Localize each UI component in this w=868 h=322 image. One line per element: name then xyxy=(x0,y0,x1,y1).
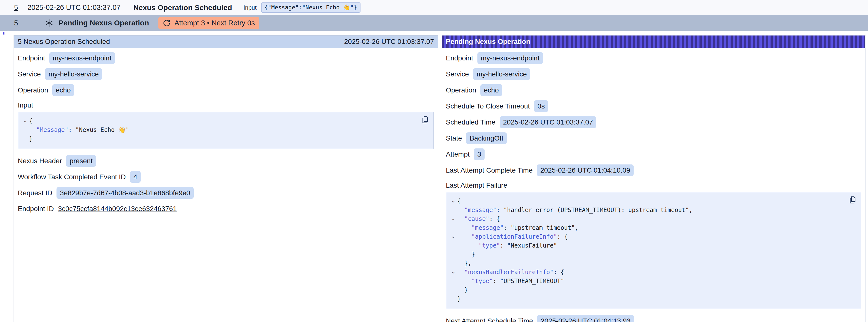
event-title: Nexus Operation Scheduled xyxy=(133,3,232,12)
code-text: "Message": "Nexus Echo 👋" xyxy=(29,126,129,134)
gutter-spacer xyxy=(449,277,457,286)
field-label: Endpoint ID xyxy=(18,205,54,213)
chevron-down-icon[interactable]: ⌄ xyxy=(449,197,457,205)
field-row-operation: Operationecho xyxy=(446,84,861,96)
chevron-down-icon[interactable]: ⌄ xyxy=(449,215,457,223)
code-text: }, xyxy=(457,259,471,268)
field-value-badge: BackingOff xyxy=(466,132,506,144)
field-row-schedule-to-close-timeout: Schedule To Close Timeout0s xyxy=(446,100,861,112)
code-text: "message": "upstream timeout", xyxy=(457,223,578,232)
field-row-endpoint: Endpointmy-nexus-endpoint xyxy=(18,52,434,64)
field-label: Next Attempt Schedule Time xyxy=(446,317,533,322)
section-label-last-attempt-failure: Last Attempt Failure xyxy=(446,182,861,189)
field-value-badge: 3e829b7e-7d67-4b08-aad3-b1e868bfe9e0 xyxy=(57,187,194,199)
code-line: ⌄ "cause": { xyxy=(449,215,856,223)
field-row-nexus-header: Nexus Headerpresent xyxy=(18,155,434,167)
field-label: Service xyxy=(446,70,469,78)
field-label: Workflow Task Completed Event ID xyxy=(18,173,126,181)
retry-icon xyxy=(163,19,170,27)
field-value-badge: my-hello-service xyxy=(45,68,102,80)
field-row-scheduled-time: Scheduled Time2025-02-26 UTC 01:03:37.07 xyxy=(446,117,861,128)
event-id-link[interactable]: 5 xyxy=(14,3,18,11)
pending-operation-panel-header: Pending Nexus Operation xyxy=(442,35,865,48)
pending-operation-fields: Endpointmy-nexus-endpointServicemy-hello… xyxy=(442,52,865,322)
field-label: Scheduled Time xyxy=(446,118,495,126)
panel-title: 5 Nexus Operation Scheduled xyxy=(18,38,110,45)
event-detail-fields: Endpointmy-nexus-endpointServicemy-hello… xyxy=(14,52,438,215)
code-line: ⌄{ xyxy=(21,117,429,126)
gutter-spacer xyxy=(449,259,457,268)
json-code-viewer: ⌄{ "message": "handler error (UPSTREAM_T… xyxy=(446,192,861,309)
pending-event-id-link[interactable]: 5 xyxy=(14,19,18,27)
json-code-viewer: ⌄{ "Message": "Nexus Echo 👋"} xyxy=(18,112,434,149)
field-row-last-attempt-complete-time: Last Attempt Complete Time2025-02-26 UTC… xyxy=(446,164,861,176)
code-text: "nexusHandlerFailureInfo": { xyxy=(457,268,564,277)
chevron-down-icon[interactable]: ⌄ xyxy=(449,268,457,277)
code-text: } xyxy=(457,294,461,303)
field-label: Service xyxy=(18,70,41,78)
field-value-badge: 2025-02-26 UTC 01:04:13.93 xyxy=(537,315,634,322)
gutter-spacer xyxy=(449,205,457,215)
gutter-spacer xyxy=(449,294,457,303)
code-line: "message": "upstream timeout", xyxy=(449,223,856,232)
field-row-endpoint-id: Endpoint ID3c0c75ccfa8144b092c13ce632463… xyxy=(18,203,434,215)
field-value-badge: my-nexus-endpoint xyxy=(49,52,115,64)
event-time: 2025-02-26 UTC 01:03:37.07 xyxy=(27,3,120,11)
gutter-spacer xyxy=(21,134,29,143)
chevron-down-icon[interactable]: ⌄ xyxy=(449,232,457,241)
field-label: Endpoint xyxy=(446,54,473,62)
event-input-value-chip: {"Message":"Nexus Echo 👋"} xyxy=(261,2,361,12)
field-label: Schedule To Close Timeout xyxy=(446,102,530,110)
field-value-badge: 3 xyxy=(474,149,485,160)
code-line: ⌄ "applicationFailureInfo": { xyxy=(449,232,856,241)
field-label: Last Attempt Complete Time xyxy=(446,166,533,174)
field-row-service: Servicemy-hello-service xyxy=(446,68,861,80)
code-text: "type": "NexusFailure" xyxy=(457,241,557,250)
retry-badge-text: Attempt 3 • Next Retry 0s xyxy=(175,19,255,27)
field-value-link[interactable]: 3c0c75ccfa8144b092c13ce632463761 xyxy=(58,205,177,213)
field-row-next-attempt-schedule-time: Next Attempt Schedule Time2025-02-26 UTC… xyxy=(446,315,861,322)
code-line: "type": "UPSTREAM_TIMEOUT" xyxy=(449,277,856,286)
event-detail-panel-header: 5 Nexus Operation Scheduled 2025-02-26 U… xyxy=(14,35,438,48)
code-text: "message": "handler error (UPSTREAM_TIME… xyxy=(457,205,692,215)
field-label: Operation xyxy=(18,86,48,94)
event-input-label: Input xyxy=(244,4,257,11)
field-value-badge: 4 xyxy=(130,171,141,183)
field-row-workflow-task-completed-event-id: Workflow Task Completed Event ID4 xyxy=(18,171,434,183)
gutter-spacer xyxy=(449,223,457,232)
event-summary-row[interactable]: 5 2025-02-26 UTC 01:03:37.07 Nexus Opera… xyxy=(0,0,868,15)
code-text: "applicationFailureInfo": { xyxy=(457,232,568,241)
pending-operation-title: Pending Nexus Operation xyxy=(59,19,149,27)
code-line: }, xyxy=(449,259,856,268)
panel-title: Pending Nexus Operation xyxy=(446,38,530,45)
gutter-spacer xyxy=(449,241,457,250)
field-value-badge: echo xyxy=(480,84,502,96)
code-line: } xyxy=(449,286,856,294)
chevron-down-icon[interactable]: ⌄ xyxy=(21,117,29,126)
code-line: } xyxy=(449,250,856,259)
code-text: { xyxy=(457,197,461,205)
section-label-input: Input xyxy=(18,101,434,109)
code-text: } xyxy=(457,250,475,259)
field-value-badge: 2025-02-26 UTC 01:04:10.09 xyxy=(537,164,633,176)
field-label: Attempt xyxy=(446,151,469,158)
temporal-event-history-screen: 5 2025-02-26 UTC 01:03:37.07 Nexus Opera… xyxy=(0,0,868,322)
gutter-spacer xyxy=(449,250,457,259)
copy-button[interactable] xyxy=(421,115,430,124)
asterisk-pending-icon xyxy=(45,19,54,27)
copy-icon xyxy=(848,195,857,204)
gutter-spacer xyxy=(21,126,29,134)
code-line: "Message": "Nexus Echo 👋" xyxy=(21,126,429,134)
panel-timestamp: 2025-02-26 UTC 01:03:37.07 xyxy=(344,38,434,45)
code-line: } xyxy=(21,134,429,143)
field-label: Nexus Header xyxy=(18,157,62,165)
code-line: "type": "NexusFailure" xyxy=(449,241,856,250)
code-line: ⌄{ xyxy=(449,197,856,205)
code-text: "type": "UPSTREAM_TIMEOUT" xyxy=(457,277,564,286)
gutter-spacer xyxy=(449,286,457,294)
pending-operation-row[interactable]: 5 Pending Nexus Operation Attempt 3 • Ne… xyxy=(0,15,868,31)
field-label: Endpoint xyxy=(18,54,45,62)
copy-button[interactable] xyxy=(848,195,857,204)
field-label: Request ID xyxy=(18,189,52,197)
field-value-badge: present xyxy=(66,155,96,167)
